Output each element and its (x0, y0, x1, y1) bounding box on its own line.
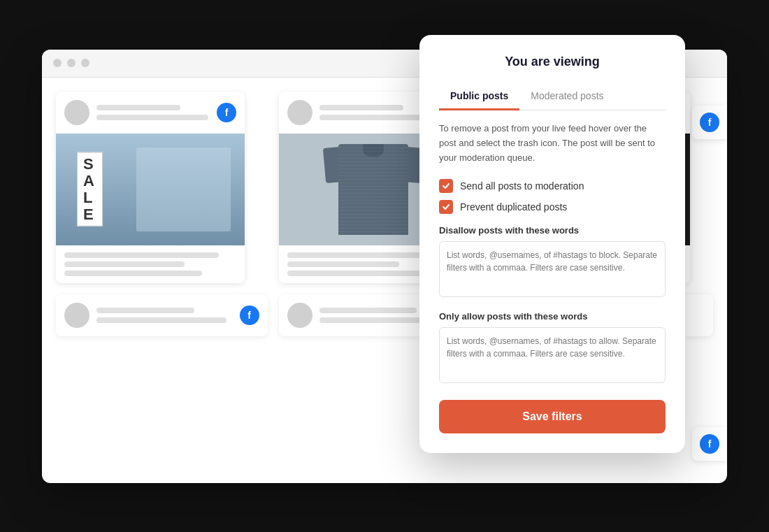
tab-public-posts[interactable]: Public posts (439, 83, 519, 110)
mini-line-2a (319, 308, 417, 313)
modal-description: To remove a post from your live feed hov… (439, 122, 666, 165)
browser-dot-3 (81, 59, 89, 67)
browser-dot-2 (67, 59, 76, 67)
avatar-2 (287, 100, 312, 125)
checkmark-icon-prevent-dup (442, 203, 450, 211)
text-line-2a (319, 105, 403, 110)
modal-title: You are viewing (439, 55, 666, 69)
text-lines-1 (96, 105, 236, 120)
mini-line-1b (96, 317, 227, 323)
footer-line-5 (287, 261, 399, 267)
right-edge-card-bottom: f (692, 427, 727, 461)
checkbox-prevent-dup[interactable] (439, 200, 453, 214)
text-line-1b (96, 115, 208, 120)
sale-text-box: SALE (77, 152, 103, 227)
mini-line-1a (96, 308, 194, 313)
checkbox-row-send-all: Send all posts to moderation (439, 179, 666, 193)
shirt-body (338, 144, 408, 235)
allow-section: Only allow posts with these words (439, 311, 666, 386)
allow-label: Only allow posts with these words (439, 311, 666, 322)
shirt-pattern (338, 144, 408, 235)
browser-dot-1 (53, 59, 62, 67)
avatar-mini-1 (64, 303, 89, 328)
sale-letters: SALE (83, 155, 96, 223)
tabs-container: Public posts Moderated posts (439, 83, 666, 110)
sale-sign: SALE (77, 152, 103, 227)
disallow-label: Disallow posts with these words (439, 225, 666, 236)
checkbox-label-prevent-dup: Prevent duplicated posts (460, 201, 567, 213)
disallow-section: Disallow posts with these words (439, 225, 666, 300)
post-image-store: SALE (56, 134, 245, 245)
avatar-1 (64, 100, 89, 125)
save-filters-button[interactable]: Save filters (439, 400, 666, 433)
checkbox-row-prevent-dup: Prevent duplicated posts (439, 200, 666, 214)
text-line-2b (319, 115, 431, 120)
footer-line-3 (64, 271, 202, 276)
checkbox-label-send-all: Send all posts to moderation (460, 180, 584, 192)
text-line-1a (96, 105, 180, 110)
post-header-1: f (56, 92, 245, 134)
facebook-icon-edge-bottom: f (700, 434, 719, 454)
store-mannequin-bg (136, 148, 231, 231)
checkbox-send-all[interactable] (439, 179, 453, 193)
store-bg: SALE (56, 134, 245, 245)
avatar-mini-2 (287, 303, 312, 328)
footer-line-6 (287, 271, 425, 276)
facebook-icon-edge: f (700, 113, 719, 132)
facebook-icon-mini-1: f (240, 305, 259, 325)
disallow-textarea[interactable] (439, 241, 666, 297)
scene: f SALE (0, 0, 769, 532)
post-footer-1 (56, 245, 245, 283)
facebook-icon-1: f (217, 103, 236, 122)
checkmark-icon-send-all (442, 182, 450, 190)
mini-card-1: f (56, 294, 268, 336)
modal-panel: You are viewing Public posts Moderated p… (419, 35, 685, 453)
footer-line-1 (64, 252, 219, 258)
footer-line-2 (64, 261, 185, 267)
tab-moderated-posts[interactable]: Moderated posts (519, 83, 615, 110)
footer-line-4 (287, 252, 442, 258)
post-card-1: f SALE (56, 92, 245, 283)
allow-textarea[interactable] (439, 327, 666, 383)
text-lines-mini-1 (96, 308, 259, 323)
right-edge-card: f (692, 106, 727, 139)
